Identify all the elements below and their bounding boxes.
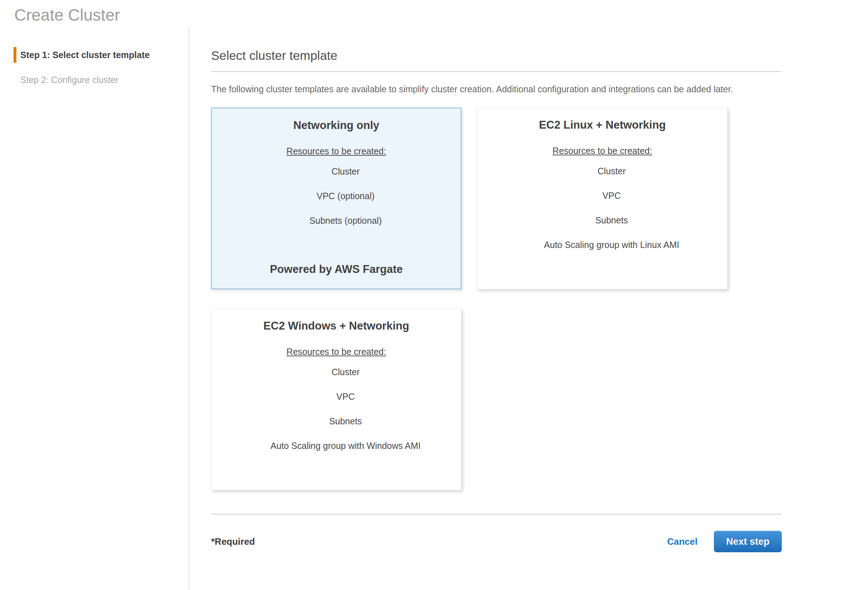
required-note: *Required [211, 536, 255, 547]
resource-item: Cluster [496, 166, 727, 177]
footer-actions: Cancel Next step [667, 531, 782, 552]
main-content: Select cluster template The following cl… [189, 27, 868, 590]
cluster-template-grid: Networking only Resources to be created:… [211, 107, 728, 490]
resource-item: Subnets (optional) [230, 216, 461, 226]
wizard-layout: Step 1: Select cluster template Step 2: … [0, 27, 868, 590]
card-resources-label: Resources to be created: [477, 146, 727, 156]
resource-item: VPC [496, 191, 727, 201]
next-step-button[interactable]: Next step [714, 531, 782, 552]
footer-bar: *Required Cancel Next step [211, 531, 782, 552]
card-title: Networking only [212, 119, 461, 132]
resource-item: Auto Scaling group with Windows AMI [230, 441, 461, 451]
template-card-ec2-windows-networking[interactable]: EC2 Windows + Networking Resources to be… [211, 309, 462, 490]
card-resource-list: Cluster VPC Subnets Auto Scaling group w… [477, 166, 727, 250]
card-title: EC2 Windows + Networking [211, 319, 461, 333]
section-heading: Select cluster template [211, 48, 782, 63]
resource-item: Auto Scaling group with Linux AMI [496, 240, 727, 250]
footer-divider [211, 514, 782, 515]
sidebar-step-1-select-cluster-template[interactable]: Step 1: Select cluster template [13, 47, 189, 63]
card-resource-list: Cluster VPC Subnets Auto Scaling group w… [211, 367, 461, 451]
sidebar-step-2-configure-cluster[interactable]: Step 2: Configure cluster [13, 72, 189, 88]
resource-item: Cluster [230, 166, 461, 177]
section-description: The following cluster templates are avai… [211, 81, 762, 97]
card-resources-label: Resources to be created: [212, 146, 461, 156]
card-title: EC2 Linux + Networking [477, 119, 727, 131]
resource-item: VPC (optional) [230, 191, 461, 201]
resource-item: Cluster [230, 367, 461, 377]
card-footer-powered-by-fargate: Powered by AWS Fargate [212, 263, 461, 276]
wizard-steps-sidebar: Step 1: Select cluster template Step 2: … [0, 27, 189, 590]
resource-item: Subnets [496, 215, 727, 225]
cancel-button[interactable]: Cancel [667, 536, 698, 547]
template-card-networking-only[interactable]: Networking only Resources to be created:… [211, 107, 462, 289]
card-resources-label: Resources to be created: [211, 347, 461, 357]
resource-item: Subnets [230, 416, 461, 427]
template-card-ec2-linux-networking[interactable]: EC2 Linux + Networking Resources to be c… [477, 107, 728, 289]
heading-divider [211, 71, 782, 72]
card-resource-list: Cluster VPC (optional) Subnets (optional… [212, 166, 461, 226]
page-title: Create Cluster [14, 4, 868, 26]
resource-item: VPC [230, 391, 461, 402]
